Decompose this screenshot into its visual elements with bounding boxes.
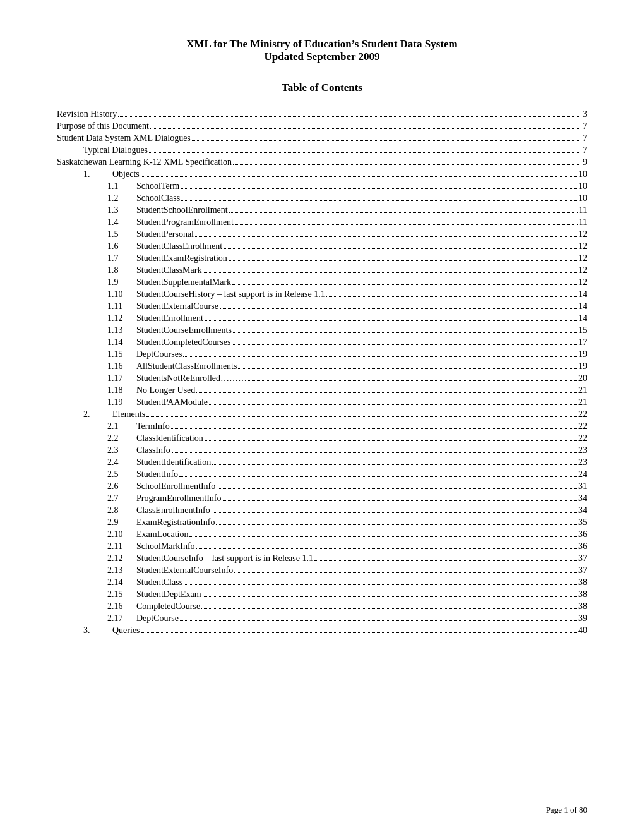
toc-dots: [196, 392, 577, 393]
toc-entry-26: 2.1TermInfo22: [57, 420, 587, 432]
toc-label: Typical Dialogues: [83, 145, 148, 155]
toc-entry-8: 1.3StudentSchoolEnrollment11: [57, 204, 587, 216]
toc-label: StudentProgramEnrollment: [136, 217, 234, 227]
toc-number: 2.1: [107, 421, 136, 432]
toc-dots: [189, 536, 577, 537]
toc-entry-5: 1.Objects10: [57, 168, 587, 180]
toc-dots: [172, 452, 577, 453]
toc-label: Elements: [112, 409, 145, 420]
toc-entry-11: 1.6StudentClassEnrollment12: [57, 240, 587, 252]
toc-page: 22: [578, 421, 587, 432]
toc-label: StudentDeptExam: [136, 589, 201, 600]
toc-page: 22: [578, 409, 587, 420]
toc-number: 1.12: [107, 313, 136, 323]
toc-number: 2.13: [107, 565, 136, 576]
toc-entry-39: 2.14StudentClass38: [57, 576, 587, 588]
toc-label: No Longer Used: [136, 385, 195, 396]
toc-page: 21: [578, 397, 587, 408]
toc-number: 1.8: [107, 265, 136, 275]
toc-number: 1.19: [107, 397, 136, 408]
toc-number: 1.4: [107, 217, 136, 227]
toc-entry-35: 2.10ExamLocation36: [57, 528, 587, 540]
toc-entry-31: 2.6SchoolEnrollmentInfo31: [57, 480, 587, 492]
toc-page: 11: [579, 205, 587, 215]
toc-dots: [141, 176, 577, 177]
toc-page: 10: [578, 181, 587, 191]
toc-dots: [203, 596, 577, 597]
toc-label: StudentPersonal: [136, 229, 194, 239]
toc-dots: [212, 464, 577, 465]
toc-page: 17: [578, 337, 587, 348]
toc-entry-14: 1.9StudentSupplementalMark12: [57, 276, 587, 288]
toc-number: 1.13: [107, 325, 136, 335]
toc-page: 31: [578, 481, 587, 492]
toc-page: 15: [578, 325, 587, 335]
toc-entry-28: 2.3ClassInfo23: [57, 444, 587, 456]
toc-page: 37: [578, 553, 587, 564]
toc-page: 7: [583, 121, 587, 131]
toc-page: 35: [578, 517, 587, 528]
toc-label: StudentCompletedCourses: [136, 337, 230, 348]
toc-label: Queries: [112, 626, 140, 636]
toc-label: StudentClass: [136, 577, 182, 588]
toc-page: 21: [578, 385, 587, 396]
toc-dots: [326, 296, 577, 297]
toc-label: Objects: [112, 169, 140, 179]
toc-entry-30: 2.5StudentInfo24: [57, 468, 587, 480]
toc-entry-22: 1.17StudentsNotReEnrolled………20: [57, 372, 587, 384]
toc-entry-3: Typical Dialogues7: [57, 144, 587, 156]
toc-number: 1.5: [107, 229, 136, 239]
toc-dots: [141, 632, 577, 633]
toc-number: 2.16: [107, 601, 136, 612]
toc-entry-25: 2.Elements22: [57, 408, 587, 420]
toc-number: 2.3: [107, 445, 136, 456]
toc-number: 3.: [83, 626, 112, 636]
toc-page: 9: [583, 157, 587, 167]
toc-label: Purpose of this Document: [57, 121, 149, 131]
toc-page: 10: [578, 169, 587, 179]
toc-number: 1.10: [107, 289, 136, 299]
toc-dots: [234, 572, 577, 573]
toc-number: 2.9: [107, 517, 136, 528]
toc-page: 20: [578, 373, 587, 384]
toc-entry-23: 1.18No Longer Used21: [57, 384, 587, 396]
toc-label: SchoolClass: [136, 193, 180, 203]
toc-dots: [171, 428, 577, 429]
toc-page: 22: [578, 433, 587, 444]
toc-label: StudentInfo: [136, 469, 178, 480]
toc-page: 34: [578, 505, 587, 516]
toc-dots: [180, 620, 577, 621]
toc-page: 34: [578, 493, 587, 504]
toc-entry-12: 1.7StudentExamRegistration12: [57, 252, 587, 264]
toc-number: 1.6: [107, 241, 136, 251]
toc-entry-32: 2.7ProgramEnrollmentInfo34: [57, 492, 587, 504]
toc-page: 3: [583, 109, 587, 119]
toc-label: StudentSchoolEnrollment: [136, 205, 228, 215]
toc-entry-1: Purpose of this Document7: [57, 120, 587, 132]
page-header: XML for The Ministry of Education’s Stud…: [57, 38, 587, 63]
toc-entry-0: Revision History3: [57, 108, 587, 120]
toc-dots: [229, 260, 577, 261]
toc-label: ClassEnrollmentInfo: [136, 505, 210, 516]
toc-label: StudentSupplementalMark: [136, 277, 231, 287]
toc-dots: [201, 608, 577, 609]
toc-dots: [149, 152, 581, 153]
page-number: Page 1 of 80: [546, 805, 587, 815]
toc-dots: [248, 380, 577, 381]
toc-number: 2.8: [107, 505, 136, 516]
toc-label: Revision History: [57, 109, 117, 119]
toc-page: 12: [578, 253, 587, 263]
toc-entry-37: 2.12StudentCourseInfo – last support is …: [57, 552, 587, 564]
toc-number: 2.2: [107, 433, 136, 444]
toc-page: 23: [578, 457, 587, 468]
toc-dots: [233, 332, 577, 333]
toc-number: 1.1: [107, 181, 136, 191]
toc-page: 7: [583, 145, 587, 155]
toc-dots: [184, 584, 577, 585]
toc-label: ClassIdentification: [136, 433, 203, 444]
toc-dots: [203, 272, 577, 273]
toc-number: 2.7: [107, 493, 136, 504]
toc-page: 7: [583, 133, 587, 143]
toc-dots: [192, 140, 581, 141]
toc-label: StudentExamRegistration: [136, 253, 227, 263]
